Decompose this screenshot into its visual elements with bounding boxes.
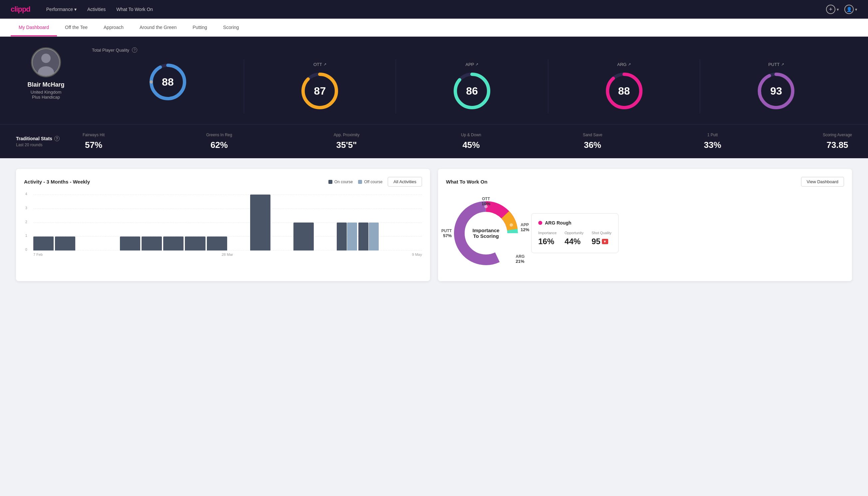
- donut-label-ott: OTT 10%: [482, 197, 490, 206]
- player-country: United Kingdom: [31, 90, 62, 95]
- stat-opportunity: Opportunity 44%: [565, 231, 584, 246]
- info-card-dot: [538, 221, 542, 225]
- main-content: Activity - 3 Months - Weekly On course O…: [0, 158, 868, 292]
- bars-container: [33, 195, 422, 250]
- nav-what-to-work-on[interactable]: What To Work On: [116, 7, 153, 12]
- wtwon-header: What To Work On View Dashboard: [446, 177, 844, 187]
- player-name: Blair McHarg: [27, 81, 64, 88]
- x-label-feb: 7 Feb: [33, 252, 43, 257]
- bar-group-5: [142, 236, 162, 250]
- nav-links: Performance ▾ Activities What To Work On: [46, 7, 153, 12]
- view-dashboard-button[interactable]: View Dashboard: [801, 177, 844, 187]
- stat-scoring-average: Scoring Average 73.85: [823, 133, 852, 150]
- stat-shot-quality: Shot Quality 95 ▼: [591, 231, 612, 246]
- bar-group-10: [250, 195, 270, 250]
- subnav-approach[interactable]: Approach: [96, 19, 131, 36]
- bar-oncourse: [163, 236, 184, 250]
- info-card-stats: Importance 16% Opportunity 44% Shot Qual…: [538, 231, 612, 246]
- bar-oncourse: [33, 236, 53, 250]
- bar-group-13: [315, 250, 335, 250]
- player-info: Blair McHarg United Kingdom Plus Handica…: [16, 47, 76, 99]
- add-button[interactable]: + ▾: [826, 5, 839, 14]
- subnav-scoring[interactable]: Scoring: [215, 19, 247, 36]
- app-circle: 86: [452, 71, 492, 111]
- bar-group-4: [120, 236, 140, 250]
- donut-center: Importance To Scoring: [473, 228, 500, 239]
- bar-group-8: [207, 236, 227, 250]
- bar-oncourse: [207, 236, 227, 250]
- score-ott: OTT ↗ 87: [244, 59, 396, 113]
- bar-group-6: [163, 236, 184, 250]
- x-axis: 7 Feb 28 Mar 9 May: [33, 250, 422, 257]
- nav-right: + ▾ 👤 ▾: [826, 5, 857, 14]
- score-overall: 88: [92, 59, 244, 113]
- bar-group-17: [402, 250, 422, 250]
- chart-header: Activity - 3 Months - Weekly On course O…: [24, 177, 422, 187]
- donut-chart: Importance To Scoring OTT 10% APP 12% AR…: [446, 193, 526, 273]
- bar-oncourse: [358, 222, 368, 250]
- player-handicap: Plus Handicap: [32, 95, 60, 99]
- traditional-stats: Traditional Stats ? Last 20 rounds Fairw…: [0, 124, 868, 158]
- trad-help-icon[interactable]: ?: [54, 136, 60, 141]
- chart-title: Activity - 3 Months - Weekly: [24, 179, 90, 185]
- nav-left: clippd Performance ▾ Activities What To …: [11, 5, 153, 14]
- trad-stats-label: Traditional Stats ? Last 20 rounds: [16, 136, 83, 147]
- scores-grid: 88 OTT ↗ 87: [92, 59, 852, 113]
- trad-stats-grid: Fairways Hit 57% Greens In Reg 62% App. …: [83, 133, 852, 150]
- all-activities-button[interactable]: All Activities: [388, 177, 422, 187]
- bar-group-11: [272, 250, 292, 250]
- bar-group-12: [294, 222, 314, 250]
- stat-up-and-down: Up & Down 45%: [461, 133, 481, 150]
- putt-circle: 93: [756, 71, 796, 111]
- bar-oncourse: [185, 236, 205, 250]
- bar-group-1: [55, 236, 75, 250]
- stat-sand-save: Sand Save 36%: [583, 133, 602, 150]
- bar-group-15: [358, 222, 379, 250]
- score-putt: PUTT ↗ 93: [700, 59, 852, 113]
- hero-section: Blair McHarg United Kingdom Plus Handica…: [0, 37, 868, 124]
- bar-group-14: [337, 222, 357, 250]
- bar-group-16: [380, 250, 400, 250]
- nav-activities[interactable]: Activities: [87, 7, 106, 12]
- subnav-my-dashboard[interactable]: My Dashboard: [11, 19, 57, 36]
- ott-trend-icon: ↗: [323, 62, 327, 67]
- activity-chart-card: Activity - 3 Months - Weekly On course O…: [16, 169, 430, 281]
- stat-fairways-hit: Fairways Hit 57%: [83, 133, 105, 150]
- bar-oncourse: [120, 236, 140, 250]
- ott-circle: 87: [300, 71, 340, 111]
- oncourse-dot: [328, 180, 332, 184]
- arg-trend-icon: ↗: [628, 62, 631, 67]
- subnav-around-the-green[interactable]: Around the Green: [131, 19, 185, 36]
- subnav-putting[interactable]: Putting: [185, 19, 215, 36]
- bar-oncourse: [294, 222, 314, 250]
- donut-label-arg: ARG 21%: [516, 254, 525, 264]
- app-trend-icon: ↗: [475, 62, 478, 67]
- overall-value: 88: [162, 76, 174, 88]
- bar-oncourse: [55, 236, 75, 250]
- tpq-help-icon[interactable]: ?: [132, 47, 137, 52]
- overall-circle: 88: [148, 62, 188, 102]
- subnav-off-the-tee[interactable]: Off the Tee: [57, 19, 96, 36]
- bar-oncourse: [142, 236, 162, 250]
- top-nav: clippd Performance ▾ Activities What To …: [0, 0, 868, 19]
- legend-offcourse: Off course: [358, 180, 382, 184]
- app-logo: clippd: [11, 5, 30, 14]
- bar-oncourse: [337, 222, 347, 250]
- user-menu-button[interactable]: 👤 ▾: [845, 5, 857, 14]
- bar-offcourse: [347, 222, 357, 250]
- scores-section: Total Player Quality ? 88: [92, 47, 852, 113]
- trad-stats-subtitle: Last 20 rounds: [16, 143, 83, 147]
- stat-app-proximity: App. Proximity 35'5": [334, 133, 359, 150]
- putt-value: 93: [770, 85, 782, 97]
- sub-nav: My Dashboard Off the Tee Approach Around…: [0, 19, 868, 37]
- info-card-header: ARG Rough: [538, 220, 612, 226]
- score-app: APP ↗ 86: [396, 59, 548, 113]
- arg-label: ARG ↗: [617, 62, 631, 67]
- wtwon-content: Importance To Scoring OTT 10% APP 12% AR…: [446, 193, 844, 273]
- stat-importance: Importance 16%: [538, 231, 556, 246]
- player-avatar: [31, 47, 61, 77]
- bar-group-7: [185, 236, 205, 250]
- bar-group-0: [33, 236, 53, 250]
- chart-area: 4 3 2 1 0: [33, 195, 422, 250]
- nav-performance[interactable]: Performance ▾: [46, 7, 77, 12]
